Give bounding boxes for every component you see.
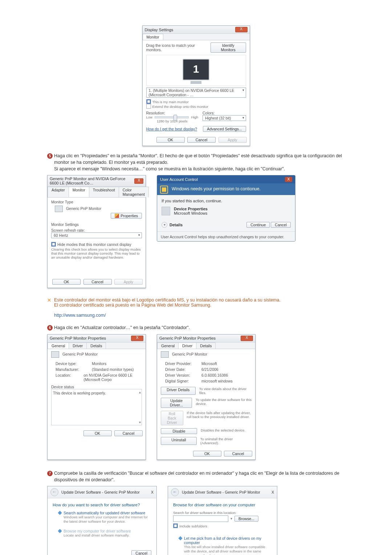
driver-props-name: Generic PnP Monitor [172,352,207,356]
resolution-slider[interactable]: Low High [146,115,198,119]
uac-details-toggle[interactable]: Details [170,223,183,227]
cancel-button[interactable]: Cancel [131,550,151,555]
tab-adapter[interactable]: Adapter [48,187,69,197]
cert-note-2: El controlador certificado será puesto e… [54,303,281,308]
driver-details-desc: To view details about the driver files. [199,387,252,395]
cancel-button[interactable]: Cancel [187,137,216,143]
uac-banner: Windows needs your permission to contion… [157,183,295,195]
chevron-down-icon[interactable]: ▾ [162,222,167,228]
search-automatically-option[interactable]: Search automatically for updated driver … [58,511,151,524]
identify-monitors-button[interactable]: Identify Monitors [211,42,246,53]
device-properties-icon [162,207,170,215]
step-6-text: Haga clic en "Actualizar controlador…" e… [54,324,345,331]
location-input[interactable] [173,515,228,522]
include-subfolders-checkbox[interactable]: Include subfolders [173,523,272,528]
ok-button[interactable]: OK [193,451,221,457]
location-label: Location: [56,373,80,382]
disable-desc: Disables the selected device. [201,428,245,434]
device-status-label: Device status [51,385,142,389]
manufacturer-label: Manufacturer: [56,367,88,372]
close-icon[interactable]: X [131,336,143,341]
uac-started-text: If you started this action, continue. [162,199,291,203]
cancel-button[interactable]: Cancel [114,430,143,436]
back-icon[interactable]: ← [50,488,58,496]
resolution-label: Resolution: [146,111,198,115]
monitor-icon [55,206,63,212]
properties-button[interactable]: Properties [111,213,142,219]
monitor-select[interactable]: 1. (Multiple Monitors) on NVIDIA GeForce… [146,88,246,98]
browse-computer-option[interactable]: Browse my computer for driver software L… [58,529,151,538]
refresh-rate-select[interactable]: 60 Hertz [51,232,142,238]
cancel-button[interactable]: Cancel [224,451,252,457]
pick-from-list-option[interactable]: Let me pick from a list of device driver… [179,536,272,555]
cert-note-1: Este controlador del monitor está bajo e… [54,297,281,303]
scroll-down-icon[interactable]: ▾ [139,420,141,424]
option-description: This list will show installed driver sof… [184,545,272,555]
update-driver-wizard-1: ← Update Driver Software - Generic PnP M… [47,486,157,555]
drag-hint: Drag the icons to match your monitors. [146,43,211,52]
close-icon[interactable]: X [241,336,253,341]
tab-general[interactable]: General [48,343,69,349]
main-monitor-checkbox[interactable]: This is my main monitor [146,99,246,104]
cancel-button[interactable]: Cancel [271,222,291,228]
step-5-text-1: Haga clic en "Propiedades" en la pestaña… [54,153,345,166]
driver-props-general-dialog: Generic PnP Monitor Properties X General… [47,334,146,460]
tab-monitor[interactable]: Monitor [143,34,163,40]
manufacturer-value: (Standard monitor types) [92,367,134,372]
option-heading: Let me pick from a list of device driver… [184,536,272,545]
properties-button-label: Properties [121,214,138,218]
refresh-rate-label: Screen refresh rate: [51,228,142,232]
tab-driver[interactable]: Driver [178,343,196,349]
close-icon[interactable]: X [285,177,292,182]
monitor-type-label: Monitor Type [51,200,142,204]
tab-details[interactable]: Details [196,343,216,349]
rollback-driver-button: Roll Back Driver [161,411,183,425]
wizard-question: How do you want to search for driver sof… [53,503,151,507]
tab-troubleshoot[interactable]: Troubleshoot [89,187,119,197]
step-5-text-2: Si aparece el mensaje "Windows necesita…… [54,166,345,172]
close-icon[interactable]: X [271,490,274,494]
samsung-link[interactable]: http://www.samsung.com/ [54,313,106,318]
driver-details-button[interactable]: Driver Details [161,387,196,395]
disable-button[interactable]: Disable [161,428,197,434]
device-type-value: Monitors [92,361,106,366]
best-display-link[interactable]: How do I get the best display? [146,127,197,131]
browse-button[interactable]: Browse... [234,516,258,522]
chevron-down-icon[interactable]: ▾ [230,516,232,520]
tab-general[interactable]: General [157,343,179,349]
driver-props-title: Generic PnP Monitor Properties [50,336,106,340]
update-driver-button[interactable]: Update Driver... [161,398,192,408]
extend-desktop-checkbox[interactable]: Extend the desktop onto this monitor [146,104,246,109]
cancel-button[interactable]: Cancel [83,279,112,285]
ok-button[interactable]: OK [83,430,112,436]
advanced-settings-button[interactable]: Advanced Settings... [203,126,246,132]
ok-button[interactable]: OK [156,137,185,143]
tab-details[interactable]: Details [86,343,106,349]
uac-shield-icon [115,214,119,218]
monitor-settings-label: Monitor Settings [51,222,142,227]
back-icon[interactable]: ← [171,488,179,496]
provider-label: Driver Provider: [165,361,198,366]
tab-monitor[interactable]: Monitor [69,187,89,197]
close-icon[interactable]: X [134,178,143,184]
close-icon[interactable]: X [151,490,154,494]
close-icon[interactable]: X [235,27,248,32]
tab-color-management[interactable]: Color Management [119,187,149,197]
ok-button[interactable]: OK [52,279,81,285]
slider-high-label: High [191,115,198,119]
scroll-up-icon[interactable]: ▴ [139,390,141,394]
search-location-label: Search for driver software in this locat… [173,511,272,515]
digital-signer-label: Digital Signer: [165,379,198,383]
hide-modes-checkbox[interactable]: Hide modes that this monitor cannot disp… [51,242,142,247]
colors-select[interactable]: Highest (32 bit) [203,115,246,121]
uninstall-button[interactable]: Uninstall [161,437,197,445]
continue-button[interactable]: Continue [246,222,270,228]
monitor-name: Generic PnP Monitor [66,206,101,211]
monitor-preview-icon[interactable]: 1 [183,59,209,80]
display-settings-title: Display Settings [145,28,173,32]
wizard-breadcrumb: Update Driver Software - Generic PnP Mon… [61,490,140,494]
option-heading: Search automatically for updated driver … [64,511,151,515]
resolution-value: 1280 by 1024 pixels [146,119,198,123]
tab-driver[interactable]: Driver [69,343,87,349]
monitor-icon [51,351,59,358]
